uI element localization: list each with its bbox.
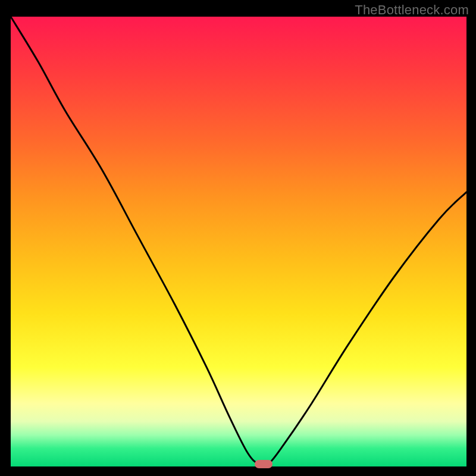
chart-frame: TheBottleneck.com bbox=[0, 0, 476, 476]
target-point-marker bbox=[255, 460, 273, 468]
watermark-text: TheBottleneck.com bbox=[355, 2, 469, 18]
bottleneck-curve bbox=[11, 17, 466, 466]
plot-area bbox=[11, 17, 466, 466]
